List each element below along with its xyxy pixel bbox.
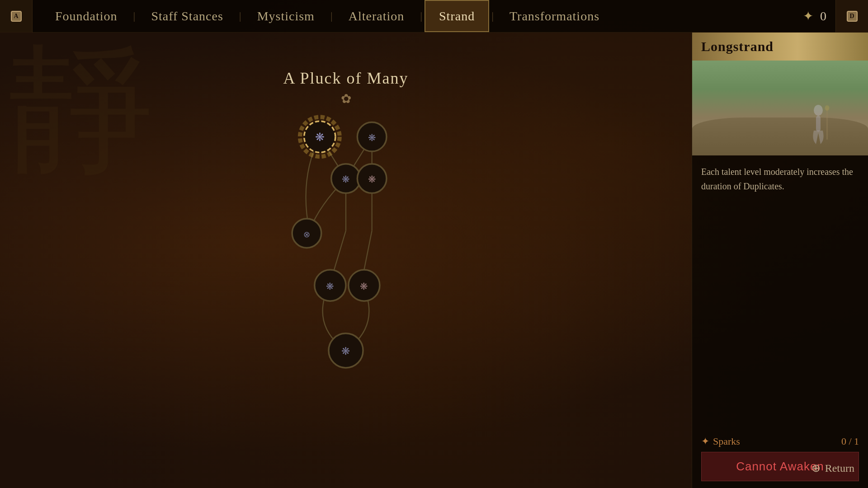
svg-text:❋: ❋ [368,174,376,184]
svg-text:❋: ❋ [342,174,350,184]
svg-rect-18 [816,116,821,131]
return-icon: ⊕ [811,462,821,474]
panel-title: Longstrand [701,39,859,54]
skill-node-2[interactable]: ❋ [357,122,387,151]
sparks-text: Sparks [713,436,740,447]
skill-node-5[interactable]: ❋ [357,164,387,193]
skill-node-7[interactable]: ❋ [349,270,380,301]
svg-text:❋: ❋ [368,133,376,143]
svg-rect-19 [826,108,828,140]
spark-nav-count: 0 [820,9,826,23]
skill-node-3[interactable]: ⊗ [292,219,321,248]
panel-image [692,61,868,155]
scene-figure [805,101,832,146]
panel-title-bar: Longstrand [692,33,868,61]
skill-tree-title: A Pluck of Many [283,69,409,88]
nav-separator-3: | [330,10,333,22]
skill-tree-svg: ❋ ❋ ⊗ ❋ ❋ [255,100,436,371]
svg-text:❋: ❋ [342,345,350,357]
spark-panel-icon: ✦ [701,436,709,447]
nav-separator-5: | [491,10,494,22]
spark-nav-icon: ✦ [803,9,813,23]
right-panel: Longstrand Each talent level moderately … [692,33,868,488]
return-label: Return [825,462,854,474]
tab-transformations[interactable]: Transformations [496,0,613,32]
nav-right-label: D [847,11,858,22]
svg-text:⊗: ⊗ [303,230,310,239]
sparks-count: 0 / 1 [841,436,859,447]
nav-left-button[interactable]: A [0,0,33,33]
sparks-row: ✦ Sparks 0 / 1 [701,436,859,447]
svg-point-17 [814,105,823,116]
return-button[interactable]: ⊕ Return [811,462,854,474]
svg-text:❋: ❋ [315,131,325,143]
nav-left-label: A [11,11,22,22]
panel-description: Each talent level moderately increases t… [692,155,868,202]
svg-text:❋: ❋ [360,282,368,291]
skill-node-1[interactable]: ❋ [300,117,340,157]
panel-bottom: ✦ Sparks 0 / 1 Cannot Awaken [692,429,868,488]
nav-separator-2: | [239,10,241,22]
nav-separator-4: | [420,10,422,22]
skill-node-6[interactable]: ❋ [315,270,346,301]
svg-text:❋: ❋ [326,282,334,291]
sparks-label: ✦ Sparks [701,436,740,447]
scene-ground [692,117,868,155]
top-navigation: A Foundation | Staff Stances | Mysticism… [0,0,868,33]
nav-right-area: ✦ 0 [803,9,835,23]
skill-node-8[interactable]: ❋ [329,333,363,368]
tab-strand[interactable]: Strand [425,0,489,32]
skill-node-4[interactable]: ❋ [331,164,361,193]
tab-alteration[interactable]: Alteration [335,0,418,32]
tab-staff-stances[interactable]: Staff Stances [137,0,236,32]
nav-tabs-container: Foundation | Staff Stances | Mysticism |… [33,0,803,32]
nav-right-button[interactable]: D [835,0,868,33]
tab-mysticism[interactable]: Mysticism [244,0,328,32]
nav-separator-1: | [133,10,136,22]
tab-foundation[interactable]: Foundation [42,0,131,32]
skill-tree-area: A Pluck of Many ✿ [0,33,692,488]
svg-point-20 [825,105,830,111]
main-content: A Pluck of Many ✿ [0,33,868,488]
